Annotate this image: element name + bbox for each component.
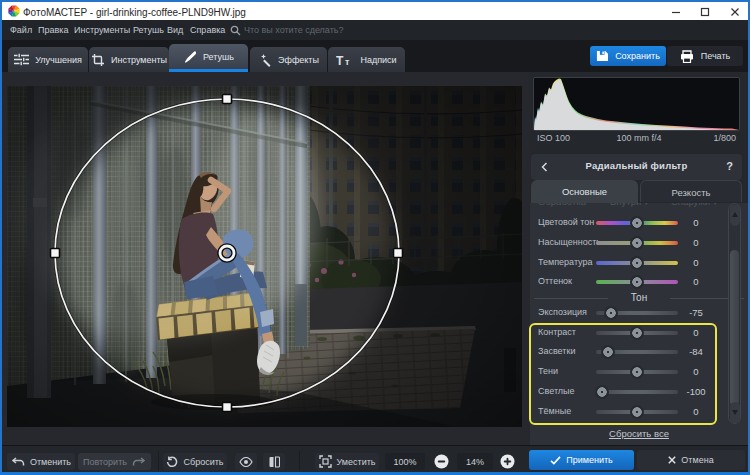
- svg-text:т: т: [345, 57, 350, 66]
- svg-text:T: T: [336, 54, 344, 66]
